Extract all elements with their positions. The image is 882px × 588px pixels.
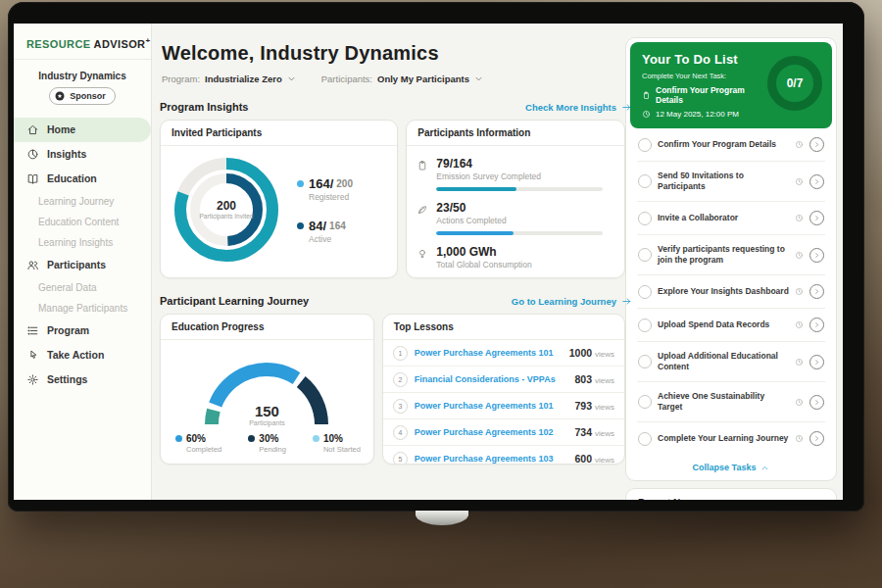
lesson-views-suffix: views xyxy=(595,376,614,385)
task-label: Invite a Collaborator xyxy=(658,213,789,223)
clock-icon xyxy=(795,287,804,296)
sidebar-item[interactable]: Home xyxy=(14,118,151,142)
sidebar-item[interactable]: Manage Participants xyxy=(14,298,151,318)
stat-body: 23/50 Actions Completed xyxy=(436,201,603,235)
task-checkbox[interactable] xyxy=(638,318,652,332)
sidebar-item[interactable]: Insights xyxy=(14,142,151,167)
legend-dot xyxy=(313,435,319,442)
logo-resource: RESOURCE xyxy=(26,38,91,50)
task-checkbox[interactable] xyxy=(638,248,652,262)
sidebar-item[interactable]: Learning Insights xyxy=(14,232,151,253)
task-checkbox[interactable] xyxy=(638,432,652,446)
sidebar-item[interactable]: Settings xyxy=(14,368,151,392)
sidebar-item-label: Learning Insights xyxy=(38,237,113,248)
sidebar-item[interactable]: Take Action xyxy=(14,343,151,368)
legend-label: Active xyxy=(309,234,353,244)
task-open-button[interactable] xyxy=(809,284,824,299)
lesson-title-link[interactable]: Financial Considerations - VPPAs xyxy=(415,374,568,385)
stat-value: 1,000 GWh xyxy=(436,245,531,259)
task-open-button[interactable] xyxy=(809,395,824,410)
clock-icon xyxy=(795,251,804,260)
lesson-title-link[interactable]: Power Purchase Agreements 103 xyxy=(415,454,568,465)
lesson-views-suffix: views xyxy=(595,429,614,438)
task-checkbox[interactable] xyxy=(638,138,652,152)
task-checkbox[interactable] xyxy=(638,355,652,368)
education-progress-card: Education Progress 150 Participants xyxy=(160,314,374,465)
lesson-views-count: 600 xyxy=(575,453,593,465)
participants-information-card: Participants Information 79/164 Emission… xyxy=(406,120,625,278)
todo-next-task: Confirm Your Program Details xyxy=(642,85,769,105)
task-open-button[interactable] xyxy=(809,211,824,225)
participants-filter-dropdown[interactable]: Participants: Only My Participants xyxy=(321,74,483,84)
participants-filter-value: Only My Participants xyxy=(377,74,469,84)
sidebar-item-icon xyxy=(26,123,39,136)
clock-icon xyxy=(795,214,804,222)
check-more-insights-link[interactable]: Check More Insights xyxy=(525,102,632,113)
todo-next-task-label: Confirm Your Program Details xyxy=(656,85,769,105)
stat-icon xyxy=(416,160,428,172)
sponsor-badge[interactable]: Sponsor xyxy=(49,87,116,105)
monitor-stand xyxy=(416,511,468,525)
task-open-button[interactable] xyxy=(809,137,824,152)
sidebar-item[interactable]: Education Content xyxy=(14,212,151,232)
sidebar-item[interactable]: Participants xyxy=(14,253,151,277)
todo-due-date: 12 May 2025, 12:00 PM xyxy=(642,110,820,119)
top-lessons-card: Top Lessons 1 Power Purchase Agreements … xyxy=(382,314,625,465)
sidebar-item[interactable]: Program xyxy=(14,318,151,343)
task-row: Verify participants requesting to join t… xyxy=(637,235,825,275)
sidebar-item[interactable]: Education xyxy=(14,167,151,191)
go-to-learning-journey-link[interactable]: Go to Learning Journey xyxy=(512,296,632,307)
chevron-up-icon xyxy=(760,464,769,472)
sidebar-item-label: Manage Participants xyxy=(38,303,127,314)
program-filter-dropdown[interactable]: Program: Industrialize Zero xyxy=(162,74,296,84)
insights-cards-row: Invited Participants 200 Participants In… xyxy=(160,120,625,278)
gauge-legend-label: Completed xyxy=(186,445,221,454)
task-checkbox[interactable] xyxy=(638,174,652,188)
task-open-button[interactable] xyxy=(809,248,824,263)
collapse-tasks-link[interactable]: Collapse Tasks xyxy=(630,455,832,480)
invited-participants-donut: 200 Participants Invited xyxy=(169,152,284,268)
program-filter-label: Program: xyxy=(162,74,200,84)
task-label: Send 50 Invitations to Participants xyxy=(658,171,789,192)
program-filter-value: Industrialize Zero xyxy=(205,74,282,84)
stat-icon xyxy=(416,204,428,216)
task-open-button[interactable] xyxy=(809,318,824,332)
lesson-title-link[interactable]: Power Purchase Agreements 102 xyxy=(415,427,568,438)
gauge-center: 150 Participants xyxy=(188,403,345,426)
sidebar-item-icon xyxy=(26,172,39,185)
learning-cards-row: Education Progress 150 Participants xyxy=(160,314,625,465)
recent-news-title: Recent News xyxy=(638,498,824,500)
sidebar-item-label: Settings xyxy=(47,373,87,385)
lesson-views-suffix: views xyxy=(595,403,614,412)
lesson-views-count: 793 xyxy=(575,400,593,412)
chevron-down-icon xyxy=(287,74,296,83)
sidebar-item[interactable]: Learning Journey xyxy=(14,191,151,212)
legend-dot xyxy=(297,222,304,229)
clock-icon xyxy=(795,320,804,329)
stat-label: Emission Survey Completed xyxy=(436,172,603,181)
recent-news-card: Recent News xyxy=(625,488,837,500)
sidebar-item[interactable]: General Data xyxy=(14,277,151,298)
gauge-legend-item: 60% Completed xyxy=(175,433,221,454)
stat-value: 79/164 xyxy=(436,157,603,171)
task-open-button[interactable] xyxy=(809,431,824,446)
task-checkbox[interactable] xyxy=(638,395,652,409)
lesson-title-link[interactable]: Power Purchase Agreements 101 xyxy=(415,401,568,412)
legend-item-top: 84/ 164 xyxy=(297,219,353,233)
legend-item-top: 164/ 200 xyxy=(297,176,353,191)
task-open-button[interactable] xyxy=(809,355,824,369)
invited-participants-card: Invited Participants 200 Participants In… xyxy=(160,120,398,278)
participants-filter-label: Participants: xyxy=(321,74,372,84)
participants-information-card-title: Participants Information xyxy=(407,121,624,146)
gauge-legend-top: 10% xyxy=(313,433,361,444)
task-checkbox[interactable] xyxy=(638,212,652,225)
chevron-right-icon xyxy=(813,252,820,259)
lesson-title-link[interactable]: Power Purchase Agreements 101 xyxy=(415,348,563,359)
lesson-rank: 5 xyxy=(393,452,408,466)
task-checkbox[interactable] xyxy=(638,285,652,299)
lesson-views-count: 1000 xyxy=(569,347,592,359)
task-open-button[interactable] xyxy=(809,174,824,189)
task-row: Explore Your Insights Dashboard xyxy=(637,275,825,309)
chevron-down-icon xyxy=(474,74,483,83)
task-row: Achieve One Sustainability Target xyxy=(637,382,825,422)
